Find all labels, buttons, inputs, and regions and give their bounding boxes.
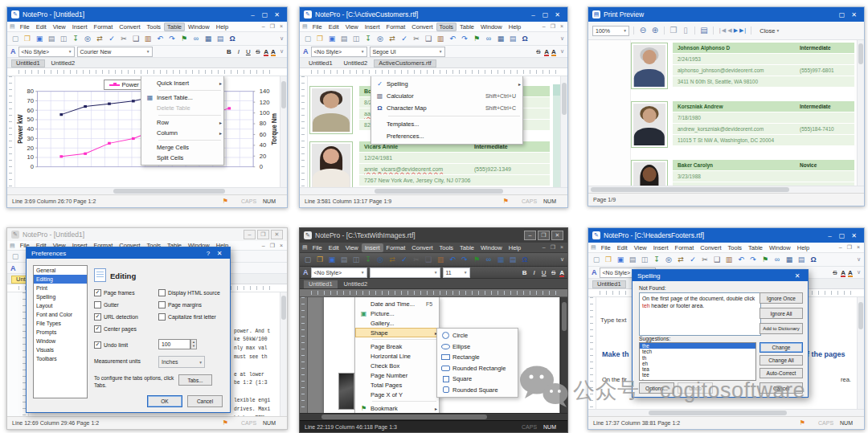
menu-option[interactable]: Quick Insert [141,78,223,88]
preferences-nav-item[interactable]: Visuals [34,345,87,354]
paste-icon[interactable] [436,255,445,264]
cancel-button[interactable]: Cancel [187,395,223,407]
undo-icon[interactable] [448,255,457,264]
ok-button[interactable]: OK [147,395,182,407]
menu-option[interactable]: Spelling [371,78,522,90]
close-preview-button[interactable]: Close▾ [755,27,783,35]
print-icon[interactable] [47,34,56,43]
style-combo[interactable]: <No Style>▾ [18,47,75,57]
checkbox[interactable] [158,313,166,321]
preview-icon[interactable] [351,34,361,43]
paste-icon[interactable] [436,34,445,43]
title-bar[interactable]: ✎ NotePro - [C:\ActiveCustomers.rtf] – ▢… [300,7,567,22]
preferences-nav-item[interactable]: Font and Color [34,310,87,319]
menu-option[interactable]: Templates... [371,118,522,130]
copy-icon[interactable] [424,255,433,264]
vertical-scrollbar[interactable] [560,76,567,187]
menu-option[interactable]: Date and Time... F5 [355,299,439,308]
bookmark-icon[interactable] [472,255,481,264]
menu-item[interactable]: File [598,243,614,252]
menu-item[interactable]: Format [383,243,409,252]
preferences-nav-item[interactable]: Print [34,284,87,292]
font-combo[interactable]: ▾ [370,268,440,278]
spell-icon[interactable] [107,34,117,43]
omega-icon[interactable] [520,34,530,43]
menu-item[interactable]: Table [457,243,477,252]
suggestion-item[interactable]: eh [640,361,755,366]
paste-icon[interactable] [724,255,734,264]
redo-icon[interactable] [167,34,177,43]
toolbar-overflow-icon[interactable]: ∨ [857,256,861,263]
undo-icon[interactable] [155,34,165,43]
highlight-button[interactable]: A [848,269,853,276]
cut-icon[interactable] [700,255,710,264]
table-icon[interactable] [203,34,213,43]
format-overflow-icon[interactable]: ∨ [280,48,284,55]
menu-item[interactable]: Help [794,243,813,252]
menu-option[interactable] [158,90,221,91]
mdi-window-buttons[interactable]: – ❐ × [839,244,862,251]
menu-option[interactable]: Insert Table... [141,92,223,103]
toolbar-overflow-icon[interactable]: ∨ [280,35,284,42]
menu-item[interactable]: View [342,243,362,252]
checkbox[interactable] [94,325,101,333]
menu-option[interactable]: Picture... [355,308,439,318]
redo-icon[interactable] [460,34,469,43]
spell-icon[interactable] [399,255,409,264]
menu-item[interactable]: Table [457,22,477,31]
omega-icon[interactable] [809,255,818,264]
horizontal-scrollbar[interactable] [588,409,864,416]
document-tab[interactable]: Untitled1 [11,59,45,67]
toolbar-overflow-icon[interactable]: ∨ [560,35,564,42]
preview-icon[interactable] [59,34,68,43]
style-combo[interactable]: <No Style>▾ [311,268,367,278]
menu-item[interactable]: Table [164,22,185,31]
zoom-out-icon[interactable]: ⊖ [638,26,648,35]
menu-item[interactable]: Convert [116,22,143,31]
horizontal-scrollbar[interactable] [300,413,567,420]
bold-button[interactable]: B [225,48,232,55]
option-checkbox[interactable]: URL detection [94,313,138,321]
font-size-combo[interactable]: 11▾ [443,268,470,278]
add-to-dictionary-button[interactable]: Add to Dictionary [760,323,803,334]
minimize-button[interactable]: – [524,231,536,240]
document-tab[interactable]: ActiveCustomers.rtf [374,59,436,67]
document-area[interactable]: Power kWTorque Nm 0102030405060708002040… [7,76,287,187]
omega-icon[interactable] [227,34,237,43]
preview-icon[interactable] [351,255,361,264]
horizontal-ruler[interactable] [300,68,567,76]
print-icon[interactable]: ▤ [699,26,709,35]
menu-option[interactable]: Page X of Y [355,390,439,399]
minimize-button[interactable]: – [527,11,539,18]
mdi-window-buttons[interactable]: – ❐ × [542,244,565,251]
menu-item[interactable]: Convert [408,243,436,252]
preview-icon[interactable] [640,255,649,264]
mdi-window-buttons[interactable]: – ❐ × [542,23,565,30]
preferences-nav-item[interactable]: File Types [34,319,87,328]
suggestion-item[interactable]: tee [640,372,755,378]
font-color-button[interactable]: A [544,48,549,55]
font-combo[interactable]: Segoe UI▾ [370,47,445,57]
strikethrough-button[interactable]: S [534,48,542,55]
option-checkbox[interactable]: Page frames [94,289,138,296]
last-page-button[interactable]: ▶❘ [739,27,747,34]
menu-option[interactable]: Circle [437,330,518,341]
previous-page-button[interactable]: ◀ [727,27,731,34]
menu-option[interactable] [372,401,436,402]
menu-option[interactable]: Delete Table [141,103,223,113]
strikethrough-button[interactable]: S [550,269,557,276]
print-icon[interactable] [339,255,349,264]
option-checkbox[interactable]: Capitalize first letter [158,313,220,321]
menu-option[interactable]: Ellipse [437,341,518,353]
next-page-button[interactable]: ▶ [734,27,737,34]
mdi-window-buttons[interactable]: – ❐ × [262,243,285,249]
horizontal-ruler[interactable] [300,289,567,297]
menu-item[interactable]: Window [477,22,506,31]
menu-item[interactable]: Format [383,22,409,31]
preferences-nav-item[interactable]: Layout [34,301,87,310]
menu-item[interactable]: Edit [326,22,342,31]
cut-icon[interactable] [411,34,421,43]
title-bar[interactable]: ✎ NotePro - [C:\TextWithImages.rtf] – ❐ … [300,228,567,243]
printer-icon[interactable] [215,34,225,43]
copy-icon[interactable] [712,255,722,264]
